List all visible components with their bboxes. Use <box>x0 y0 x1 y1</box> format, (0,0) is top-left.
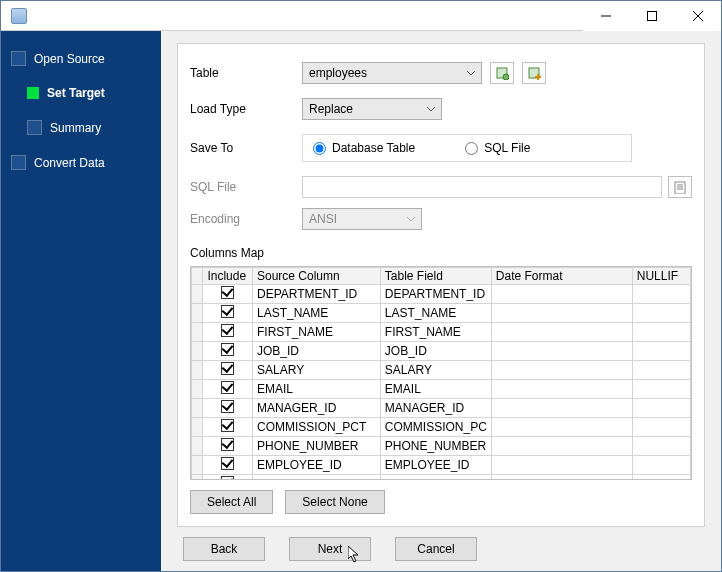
source-cell[interactable]: COMMISSION_PCT <box>253 418 381 437</box>
field-cell[interactable]: EMAIL <box>380 380 491 399</box>
field-cell[interactable]: JOB_ID <box>380 342 491 361</box>
nullif-cell[interactable] <box>632 475 690 481</box>
dateformat-cell[interactable] <box>491 456 632 475</box>
include-cell[interactable] <box>203 323 253 342</box>
step-summary[interactable]: Summary <box>1 114 161 141</box>
radio-input[interactable] <box>313 142 326 155</box>
table-row[interactable]: HIRE_DATEHIRE_DATE <box>192 475 691 481</box>
include-cell[interactable] <box>203 456 253 475</box>
table-row[interactable]: EMPLOYEE_IDEMPLOYEE_ID <box>192 456 691 475</box>
nullif-cell[interactable] <box>632 456 690 475</box>
dateformat-cell[interactable] <box>491 380 632 399</box>
include-cell[interactable] <box>203 437 253 456</box>
dateformat-cell[interactable] <box>491 342 632 361</box>
nullif-cell[interactable] <box>632 304 690 323</box>
checkbox-icon[interactable] <box>221 438 234 451</box>
checkbox-icon[interactable] <box>221 343 234 356</box>
field-cell[interactable]: SALARY <box>380 361 491 380</box>
source-cell[interactable]: MANAGER_ID <box>253 399 381 418</box>
field-cell[interactable]: FIRST_NAME <box>380 323 491 342</box>
nullif-cell[interactable] <box>632 380 690 399</box>
include-cell[interactable] <box>203 285 253 304</box>
step-set-target[interactable]: Set Target <box>1 80 161 106</box>
checkbox-icon[interactable] <box>221 362 234 375</box>
source-cell[interactable]: EMPLOYEE_ID <box>253 456 381 475</box>
table-row[interactable]: SALARYSALARY <box>192 361 691 380</box>
include-cell[interactable] <box>203 304 253 323</box>
source-cell[interactable]: LAST_NAME <box>253 304 381 323</box>
browse-file-button[interactable] <box>668 176 692 198</box>
checkbox-icon[interactable] <box>221 400 234 413</box>
field-cell[interactable]: HIRE_DATE <box>380 475 491 481</box>
next-button[interactable]: Next <box>289 537 371 561</box>
checkbox-icon[interactable] <box>221 381 234 394</box>
nullif-cell[interactable] <box>632 323 690 342</box>
table-row[interactable]: DEPARTMENT_IDDEPARTMENT_ID <box>192 285 691 304</box>
include-cell[interactable] <box>203 399 253 418</box>
include-cell[interactable] <box>203 380 253 399</box>
nullif-cell[interactable] <box>632 418 690 437</box>
columns-map-grid[interactable]: Include Source Column Table Field Date F… <box>190 266 692 480</box>
source-cell[interactable]: EMAIL <box>253 380 381 399</box>
step-open-source[interactable]: Open Source <box>1 45 161 72</box>
dateformat-cell[interactable] <box>491 437 632 456</box>
include-cell[interactable] <box>203 475 253 481</box>
table-row[interactable]: FIRST_NAMEFIRST_NAME <box>192 323 691 342</box>
select-none-button[interactable]: Select None <box>285 490 384 514</box>
new-table-button[interactable] <box>522 62 546 84</box>
table-row[interactable]: COMMISSION_PCTCOMMISSION_PC <box>192 418 691 437</box>
dateformat-cell[interactable] <box>491 285 632 304</box>
col-nullif[interactable]: NULLIF <box>632 268 690 285</box>
col-field[interactable]: Table Field <box>380 268 491 285</box>
field-cell[interactable]: EMPLOYEE_ID <box>380 456 491 475</box>
field-cell[interactable]: COMMISSION_PC <box>380 418 491 437</box>
radio-input[interactable] <box>465 142 478 155</box>
include-cell[interactable] <box>203 342 253 361</box>
field-cell[interactable]: DEPARTMENT_ID <box>380 285 491 304</box>
source-cell[interactable]: PHONE_NUMBER <box>253 437 381 456</box>
source-cell[interactable]: HIRE_DATE <box>253 475 381 481</box>
checkbox-icon[interactable] <box>221 305 234 318</box>
saveto-database-radio[interactable]: Database Table <box>313 141 415 155</box>
refresh-table-button[interactable] <box>490 62 514 84</box>
field-cell[interactable]: LAST_NAME <box>380 304 491 323</box>
col-dateformat[interactable]: Date Format <box>491 268 632 285</box>
col-include[interactable]: Include <box>203 268 253 285</box>
nullif-cell[interactable] <box>632 437 690 456</box>
dateformat-cell[interactable] <box>491 418 632 437</box>
table-row[interactable]: EMAILEMAIL <box>192 380 691 399</box>
nullif-cell[interactable] <box>632 285 690 304</box>
back-button[interactable]: Back <box>183 537 265 561</box>
loadtype-select[interactable]: Replace <box>302 98 442 120</box>
maximize-button[interactable] <box>629 1 675 31</box>
select-all-button[interactable]: Select All <box>190 490 273 514</box>
checkbox-icon[interactable] <box>221 476 234 480</box>
checkbox-icon[interactable] <box>221 419 234 432</box>
field-cell[interactable]: PHONE_NUMBER <box>380 437 491 456</box>
sqlfile-input[interactable] <box>302 176 662 198</box>
dateformat-cell[interactable] <box>491 323 632 342</box>
source-cell[interactable]: SALARY <box>253 361 381 380</box>
table-row[interactable]: LAST_NAMELAST_NAME <box>192 304 691 323</box>
checkbox-icon[interactable] <box>221 286 234 299</box>
source-cell[interactable]: JOB_ID <box>253 342 381 361</box>
nullif-cell[interactable] <box>632 342 690 361</box>
nullif-cell[interactable] <box>632 399 690 418</box>
dateformat-cell[interactable] <box>491 475 632 481</box>
step-convert-data[interactable]: Convert Data <box>1 149 161 176</box>
close-button[interactable] <box>675 1 721 31</box>
table-row[interactable]: JOB_IDJOB_ID <box>192 342 691 361</box>
col-source[interactable]: Source Column <box>253 268 381 285</box>
dateformat-cell[interactable] <box>491 399 632 418</box>
source-cell[interactable]: DEPARTMENT_ID <box>253 285 381 304</box>
table-select[interactable]: employees <box>302 62 482 84</box>
dateformat-cell[interactable] <box>491 361 632 380</box>
checkbox-icon[interactable] <box>221 457 234 470</box>
include-cell[interactable] <box>203 418 253 437</box>
minimize-button[interactable] <box>583 1 629 31</box>
checkbox-icon[interactable] <box>221 324 234 337</box>
source-cell[interactable]: FIRST_NAME <box>253 323 381 342</box>
dateformat-cell[interactable] <box>491 304 632 323</box>
field-cell[interactable]: MANAGER_ID <box>380 399 491 418</box>
table-row[interactable]: MANAGER_IDMANAGER_ID <box>192 399 691 418</box>
